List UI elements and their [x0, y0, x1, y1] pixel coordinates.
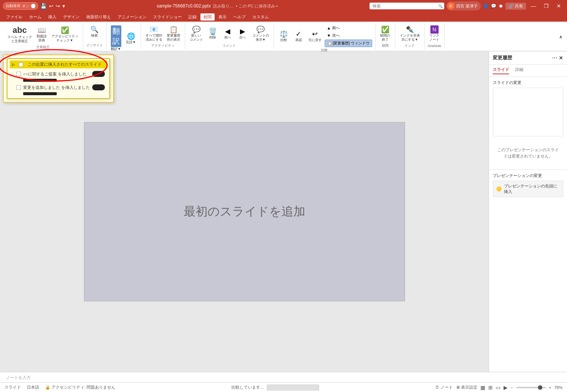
- prev-change-label: 前へ: [332, 25, 340, 31]
- popup-expand-icon: ▷: [12, 62, 15, 66]
- menu-slideshow[interactable]: スライドショー: [150, 13, 185, 21]
- next-change-icon: ▼: [327, 33, 331, 38]
- minimize-button[interactable]: —: [528, 1, 539, 11]
- panel-close-icon[interactable]: ✕: [559, 55, 563, 61]
- share-icon[interactable]: 👤: [483, 3, 489, 9]
- language-button[interactable]: 🌐 言語▼: [124, 31, 138, 45]
- menu-insert[interactable]: 挿入: [45, 13, 59, 21]
- prev-comment-button[interactable]: ◀ 前へ: [221, 27, 234, 40]
- spellcheck-button[interactable]: abc スペル チェックと文章校正: [6, 25, 34, 44]
- share-button[interactable]: 🔗 共有: [505, 3, 526, 10]
- menu-file[interactable]: ファイル: [3, 13, 25, 21]
- activity-buttons: 📧 すべて開封済みにする 📋 変更履歴所の表示: [144, 25, 182, 43]
- menu-view[interactable]: 表示: [215, 13, 230, 21]
- next-comment-button[interactable]: ▶ 次へ: [236, 27, 249, 40]
- zoom-slider[interactable]: [516, 387, 546, 388]
- zoom-out-button[interactable]: −: [511, 385, 513, 390]
- ink-buttons: ✒️ インクを非表示にする▼: [398, 25, 421, 43]
- ribbon-group-insight: 🔍 検索 インサイト: [83, 23, 106, 49]
- accessibility-button[interactable]: ✅ アクセシビリティチェック▼: [50, 25, 80, 43]
- compare-button[interactable]: ⚖️ 比較: [277, 29, 290, 43]
- menu-help[interactable]: ヘルプ: [230, 13, 249, 21]
- ribbon-collapse-icon[interactable]: ∧: [559, 34, 563, 40]
- menu-custom[interactable]: カスタム: [249, 13, 272, 21]
- panel-tabs: スライド 詳細: [489, 65, 567, 77]
- hide-ink-button[interactable]: ✒️ インクを非表示にする▼: [398, 25, 421, 43]
- translate-button[interactable]: 翻訳 翻訳▼: [109, 25, 123, 52]
- link-notes-button[interactable]: N リンクノート: [428, 25, 441, 43]
- zoom-level[interactable]: 78%: [554, 385, 563, 390]
- delete-comment-button[interactable]: 🗑️ 削除: [206, 27, 219, 40]
- slideshow-button[interactable]: ▶: [504, 385, 508, 391]
- mark-read-button[interactable]: 📧 すべて開封済みにする: [144, 25, 164, 43]
- readonly-label: 読み取り…: [213, 3, 234, 9]
- popup-item1-checkbox[interactable]: [16, 72, 21, 76]
- menu-transitions[interactable]: 画面切り替え: [83, 13, 114, 21]
- user-badge[interactable]: 菜 四宮 菜津子: [446, 1, 481, 10]
- end-review-label: 校閲の終了: [380, 34, 390, 42]
- ribbon-group-language: 翻訳 翻訳▼ 🌐 言語▼ 言語: [106, 23, 141, 49]
- comment-buttons: 💬 新しいコメント 🗑️ 削除 ◀ 前へ ▶ 次へ 💬 コメントの表示▼: [188, 25, 271, 43]
- spellcheck-group-label: 文章校正: [36, 44, 50, 50]
- zoom-in-button[interactable]: +: [549, 385, 551, 390]
- change-history-window-button[interactable]: 📋 [変更履歴] ウィンドウ: [325, 40, 372, 47]
- prev-change-button[interactable]: ▲ 前へ: [325, 25, 372, 31]
- panel-header: 変更履歴 ⋯ ✕: [489, 52, 567, 65]
- panel-header-buttons: ⋯ ✕: [552, 55, 563, 61]
- new-comment-button[interactable]: 💬 新しいコメント: [188, 25, 205, 43]
- change-item[interactable]: 🟡 プレゼンテーションの先頭に挿入: [493, 181, 563, 197]
- menu-review[interactable]: 校閲: [200, 13, 215, 21]
- accessibility-icon: ✅: [61, 26, 69, 34]
- ribbon-group-onenote: N リンクノート OneNote: [425, 23, 445, 49]
- normal-view-button[interactable]: ▦: [480, 385, 485, 391]
- undo-icon[interactable]: ↩: [49, 3, 53, 9]
- ribbon-group-activity: 📧 すべて開封済みにする 📋 変更履歴所の表示 アクティビティ: [141, 23, 185, 49]
- notes-area[interactable]: ノートを入力: [0, 372, 567, 383]
- customize-qat-icon[interactable]: ▾: [62, 3, 65, 9]
- close-button[interactable]: ✕: [554, 1, 564, 11]
- revert-button[interactable]: ↩ 元に戻す: [307, 29, 323, 43]
- comment-ribbon-icon[interactable]: 💬: [491, 3, 496, 9]
- user-name: 四宮 菜津子: [456, 3, 478, 9]
- tab-detail[interactable]: 詳細: [515, 67, 523, 74]
- menu-design[interactable]: デザイン: [60, 13, 82, 21]
- menu-home[interactable]: ホーム: [26, 13, 44, 21]
- reading-view-button[interactable]: ▭: [496, 385, 501, 391]
- display-settings-button[interactable]: 🖥 表示設定: [456, 385, 477, 390]
- show-history-label: 変更履歴所の表示: [167, 34, 180, 42]
- save-icon[interactable]: 💾: [40, 3, 47, 9]
- tab-slide[interactable]: スライド: [493, 67, 509, 74]
- search-input[interactable]: [370, 3, 444, 9]
- record-icon[interactable]: ⏺: [499, 3, 503, 9]
- autosave-toggle[interactable]: 自動保存 オン: [3, 2, 38, 10]
- slide-sorter-button[interactable]: ⊞: [488, 385, 493, 391]
- title-bar-right: 菜 四宮 菜津子 👤 💬 ⏺ 🔗 共有 — ❐ ✕: [370, 1, 564, 11]
- show-history-button[interactable]: 📋 変更履歴所の表示: [165, 25, 182, 43]
- search-button[interactable]: 🔍 検索: [88, 25, 101, 38]
- panel-expand-icon[interactable]: ⋯: [552, 55, 557, 61]
- note-button[interactable]: 🗒 ノート: [435, 385, 453, 390]
- insight-buttons: 🔍 検索: [88, 25, 101, 38]
- onenote-buttons: N リンクノート: [428, 25, 441, 43]
- slide-preview: [493, 88, 563, 136]
- search-wrapper[interactable]: [370, 3, 444, 9]
- popup-item2-text: 変更を追加しました を挿入しました: [23, 85, 90, 90]
- popup-item1-text: ○○に関するご提案 を挿入しました: [23, 71, 90, 77]
- revert-label: 元に戻す: [308, 38, 322, 42]
- ribbon-group-compare: ⚖️ 比較 ✓ 承諾 ↩ 元に戻す ▲ 前へ ▼ 次へ: [274, 23, 376, 49]
- accept-button[interactable]: ✓ 承諾: [292, 29, 305, 43]
- next-change-button[interactable]: ▼ 次へ: [325, 32, 372, 39]
- show-comments-button[interactable]: 💬 コメントの表示▼: [251, 25, 271, 43]
- change-history-panel: 変更履歴 ⋯ ✕ スライド 詳細 スライドの変更 このプレゼンテーションのスライ…: [489, 52, 567, 372]
- menu-record[interactable]: 記録: [186, 13, 200, 21]
- popup-item2-bar: [23, 92, 57, 95]
- thesaurus-button[interactable]: 📖 類義語辞典: [35, 25, 49, 43]
- popup-item2-checkbox[interactable]: [16, 85, 21, 90]
- show-comments-icon: 💬: [256, 25, 265, 34]
- menu-animations[interactable]: アニメーション: [115, 13, 149, 21]
- popup-checkbox-header[interactable]: [19, 62, 23, 67]
- change-history-window-label: 📋 [変更履歴] ウィンドウ: [327, 41, 370, 46]
- redo-icon[interactable]: ↪: [56, 3, 60, 9]
- end-review-button[interactable]: ✅ 校閲の終了: [378, 25, 392, 43]
- restore-button[interactable]: ❐: [541, 1, 551, 11]
